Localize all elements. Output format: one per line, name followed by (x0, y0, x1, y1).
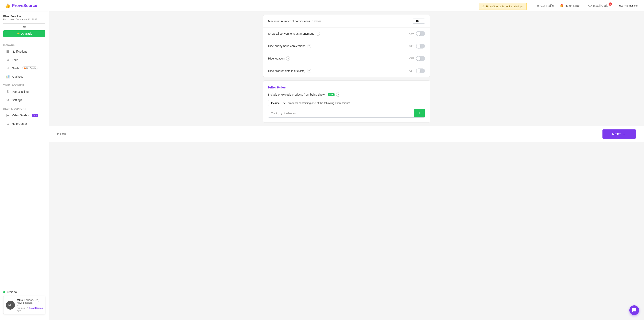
new-badge: New (32, 114, 38, 117)
dollar-icon: $ (6, 90, 10, 94)
preview-section: Preview ML Mike (London, UK) New message… (0, 288, 49, 317)
hide-product-toggle[interactable] (416, 69, 425, 73)
sidebar-item-plan-billing[interactable]: $ Plan & Billing (2, 88, 47, 96)
manage-section-label: Manage (0, 40, 49, 47)
hide-product-toggle-wrap: OFF (410, 69, 425, 73)
main-content: Maximum number of conversions to show Sh… (49, 12, 644, 320)
preview-text: Mike (London, UK) New message. 11 minute… (17, 298, 43, 312)
video-guides-label: Video Guides (12, 114, 29, 117)
next-reset: Next reset: December 11, 2022 (3, 18, 46, 21)
hide-location-toggle[interactable] (416, 56, 425, 61)
hide-product-label: Hide product details (if exists) ? (268, 69, 311, 73)
hide-location-toggle-wrap: OFF (410, 56, 425, 61)
hide-anonymous-help[interactable]: ? (307, 44, 311, 48)
max-conversions-label: Maximum number of conversions to show (268, 20, 321, 23)
filter-dropdown[interactable]: Include Exclude (268, 100, 286, 106)
back-button[interactable]: BACK (57, 132, 66, 136)
upgrade-label: Upgrade (21, 32, 32, 35)
menu-icon: ☰ (6, 50, 10, 53)
max-conversions-row: Maximum number of conversions to show (263, 15, 430, 28)
nav-links: ⚠ ProveSource is not installed yet 🖱 Get… (476, 2, 639, 10)
hide-anonymous-toggle-label: OFF (410, 45, 414, 48)
filter-text: products containing one of the following… (288, 102, 350, 105)
filter-new-badge: New (328, 93, 334, 96)
install-code-link[interactable]: </> Install Code 1 (588, 4, 613, 7)
plan-label: Plan: Free Plan (3, 15, 46, 18)
next-label: NEXT (612, 132, 621, 136)
goals-label: Goals (12, 67, 19, 70)
filter-input[interactable] (268, 110, 414, 117)
show-anonymous-toggle-wrap: OFF (410, 31, 425, 36)
hide-product-help[interactable]: ? (307, 69, 311, 73)
show-anonymous-help[interactable]: ? (316, 32, 320, 36)
logo-icon: 👍 (5, 3, 10, 8)
chat-bubble[interactable] (629, 305, 639, 315)
filter-desc: Include or exclude products from being s… (268, 93, 425, 97)
plan-billing-label: Plan & Billing (12, 90, 29, 93)
sidebar-item-video-guides[interactable]: ▶ Video Guides New (2, 111, 47, 119)
preview-message: New message. (17, 301, 43, 304)
sidebar-item-goals[interactable]: ⚐ Goals No Goals (2, 64, 47, 72)
help-center-label: Help Center (12, 122, 27, 125)
no-goals-badge: No Goals (22, 67, 38, 70)
hide-anonymous-label: Hide anonymous conversions ? (268, 44, 311, 48)
hide-location-label: Hide location ? (268, 57, 290, 61)
hide-location-toggle-label: OFF (410, 57, 414, 60)
show-anonymous-toggle-label: OFF (410, 32, 414, 35)
filter-rules-card: Filter Rules Include or exclude products… (263, 81, 430, 123)
install-code-label: Install Code (593, 4, 608, 7)
prove-source-badge: ProveSource (29, 307, 43, 309)
analytics-icon: 📊 (6, 75, 10, 79)
refer-earn-link[interactable]: 🎁 Refer & Earn (560, 4, 581, 7)
add-filter-button[interactable]: + (414, 109, 425, 117)
filter-help-btn[interactable]: ? (336, 93, 340, 97)
sidebar-item-help-center[interactable]: ⊙ Help Center (2, 120, 47, 128)
sidebar-item-notifications[interactable]: ☰ Notifications (2, 48, 47, 56)
settings-card: Maximum number of conversions to show Sh… (263, 15, 430, 77)
settings-label: Settings (12, 98, 22, 102)
progress-label: 0% (3, 26, 46, 29)
your-account-label: Your Account (0, 81, 49, 88)
max-conversions-input[interactable] (413, 19, 425, 24)
user-email: user@gmail.com (619, 4, 639, 7)
hide-anonymous-toggle[interactable] (416, 44, 425, 49)
hide-location-row: Hide location ? OFF (263, 52, 430, 65)
hide-product-row: Hide product details (if exists) ? OFF (263, 65, 430, 77)
install-code-badge: 1 (608, 3, 612, 6)
top-nav: 👍 ProveSource ⚠ ProveSource is not insta… (0, 0, 644, 12)
refer-earn-label: Refer & Earn (565, 4, 581, 7)
logo: 👍 ProveSource (5, 3, 37, 8)
preview-location: (London, UK) (24, 298, 39, 301)
sidebar-item-feed[interactable]: ≋ Feed (2, 56, 47, 64)
gift-icon: 🎁 (560, 4, 564, 7)
hide-anonymous-toggle-wrap: OFF (410, 44, 425, 49)
hide-anonymous-row: Hide anonymous conversions ? OFF (263, 40, 430, 52)
notifications-label: Notifications (12, 50, 27, 53)
show-anonymous-toggle[interactable] (416, 31, 425, 36)
gear-icon: ⚙ (6, 98, 10, 102)
content-area: Maximum number of conversions to show Sh… (255, 12, 438, 126)
next-button[interactable]: NEXT → (602, 129, 636, 139)
preview-time: 11 minutes ago ✔ ProveSource (17, 304, 43, 312)
video-icon: ▶ (6, 113, 10, 117)
get-traffic-icon: 🖱 (536, 4, 539, 7)
hide-location-help[interactable]: ? (286, 57, 290, 61)
code-icon: </> (588, 4, 592, 7)
sidebar-item-analytics[interactable]: 📊 Analytics (2, 73, 47, 81)
feed-label: Feed (12, 58, 18, 62)
get-traffic-link[interactable]: 🖱 Get Traffic (536, 4, 554, 7)
alert-bar: ⚠ ProveSource is not installed yet (479, 3, 527, 10)
sidebar-item-settings[interactable]: ⚙ Settings (2, 96, 47, 104)
show-anonymous-label: Show all conversions as anonymous ? (268, 32, 320, 36)
hide-product-toggle-label: OFF (410, 70, 414, 72)
upgrade-icon: ⚡ (16, 32, 20, 35)
upgrade-button[interactable]: ⚡ Upgrade (3, 30, 46, 37)
sidebar-plan: Plan: Free Plan Next reset: December 11,… (0, 12, 49, 40)
feed-icon: ≋ (6, 58, 10, 62)
badge-dot (24, 68, 26, 69)
next-icon: → (623, 132, 626, 136)
sidebar: Plan: Free Plan Next reset: December 11,… (0, 12, 49, 320)
alert-text: ProveSource is not installed yet (486, 5, 523, 8)
preview-name: Mike (London, UK) (17, 298, 43, 301)
bottom-nav: BACK NEXT → (49, 126, 644, 142)
